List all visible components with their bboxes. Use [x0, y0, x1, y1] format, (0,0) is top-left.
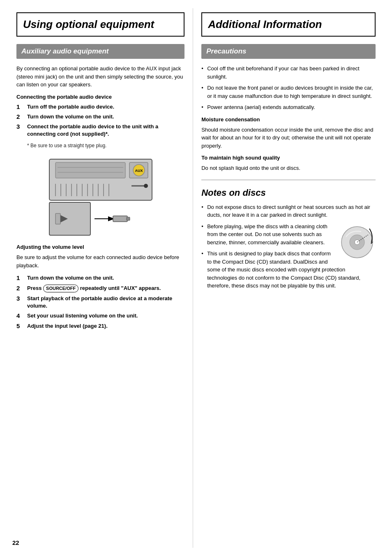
connecting-steps: 1 Turn off the portable audio device. 2 … [16, 103, 184, 138]
note-2: Before playing, wipe the discs with a cl… [201, 222, 376, 247]
step-adj-3: 3 Start playback of the portable audio d… [16, 295, 184, 310]
page-number: 22 [12, 539, 19, 546]
precautions-title: Precautions [206, 47, 371, 56]
additional-information-box: Additional Information [201, 12, 376, 37]
precautions-header: Precautions [201, 44, 376, 59]
auxiliary-audio-header: Auxiliary audio equipment [16, 44, 184, 59]
step-adj-1: 1 Turn down the volume on the unit. [16, 274, 184, 282]
footnote: * Be sure to use a straight type plug. [27, 143, 184, 148]
step-connect-1: 1 Turn off the portable audio device. [16, 103, 184, 111]
step-adj-2: 2 Press SOURCE/OFF repeatedly until "AUX… [16, 285, 184, 292]
sound-quality-heading: To maintain high sound quality [201, 155, 376, 161]
auxiliary-audio-title: Auxiliary audio equipment [21, 47, 180, 56]
adjusting-heading: Adjusting the volume level [16, 244, 184, 250]
intro-text: By connecting an optional portable audio… [16, 65, 184, 89]
svg-rect-25 [127, 217, 130, 220]
adjusting-steps: 1 Turn down the volume on the unit. 2 Pr… [16, 274, 184, 329]
svg-rect-22 [55, 213, 60, 224]
svg-point-19 [144, 184, 148, 188]
left-column: Using optional equipment Auxiliary audio… [4, 8, 193, 548]
moisture-text: Should moisture condensation occur insid… [201, 126, 376, 150]
note-1: Do not expose discs to direct sunlight o… [201, 203, 376, 219]
precaution-3: Power antenna (aerial) extends automatic… [201, 103, 376, 111]
using-optional-equipment-box: Using optional equipment [16, 12, 184, 37]
right-section-title: Additional Information [208, 18, 369, 31]
notes-on-discs-heading: Notes on discs [201, 188, 376, 198]
step-connect-3: 3 Connect the portable audio device to t… [16, 123, 184, 138]
svg-rect-1 [55, 162, 125, 178]
source-off-button: SOURCE/OFF [43, 285, 78, 292]
connecting-heading: Connecting the portable audio device [16, 94, 184, 100]
precaution-1: Cool off the unit beforehand if your car… [201, 65, 376, 81]
svg-rect-24 [113, 216, 127, 222]
sound-quality-text: Do not splash liquid onto the unit or di… [201, 164, 376, 172]
note-3: This unit is designed to play back discs… [201, 250, 376, 290]
moisture-heading: Moisture condensation [201, 116, 376, 123]
section-divider [201, 180, 376, 180]
step-adj-4: 4 Set your usual listening volume on the… [16, 312, 184, 320]
left-section-title: Using optional equipment [23, 18, 178, 31]
step-connect-2: 2 Turn down the volume on the unit. [16, 113, 184, 120]
notes-list: Do not expose discs to direct sunlight o… [201, 203, 376, 290]
step-adj-5: 5 Adjust the input level (page 21). [16, 322, 184, 330]
adjusting-text: Be sure to adjust the volume for each co… [16, 253, 184, 269]
device-illustration: AUX [16, 155, 184, 237]
svg-text:AUX: AUX [135, 169, 143, 173]
precaution-2: Do not leave the front panel or audio de… [201, 84, 376, 100]
right-column: Additional Information Precautions Cool … [193, 8, 388, 548]
device-svg: AUX [41, 155, 160, 237]
precautions-list: Cool off the unit beforehand if your car… [201, 65, 376, 111]
